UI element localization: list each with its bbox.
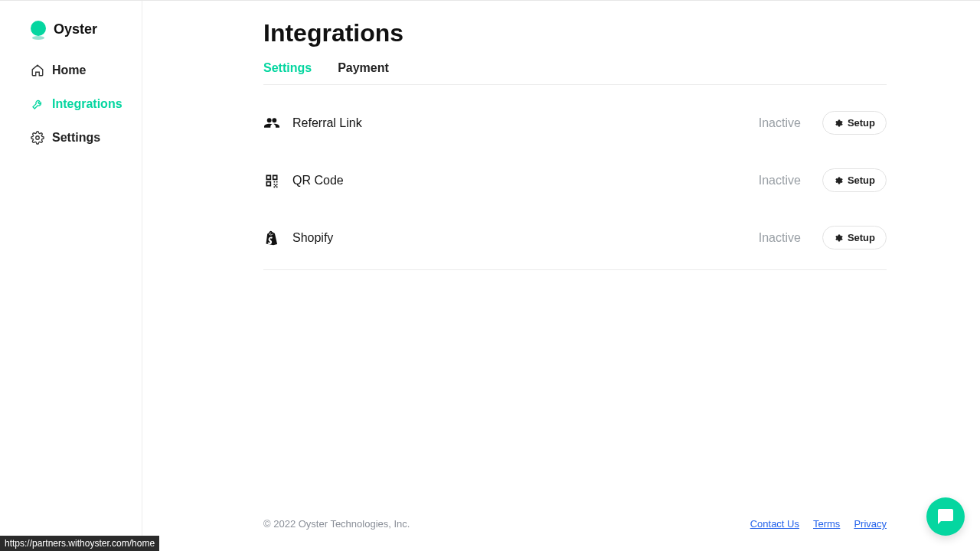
footer: © 2022 Oyster Technologies, Inc. Contact… xyxy=(263,518,887,551)
sidebar-item-home[interactable]: Home xyxy=(31,64,142,77)
gear-small-icon xyxy=(834,176,843,185)
setup-button-label: Setup xyxy=(848,174,875,186)
status-label: Inactive xyxy=(759,174,801,187)
footer-links: Contact Us Terms Privacy xyxy=(750,518,887,530)
home-icon xyxy=(31,64,44,77)
tabs: Settings Payment xyxy=(263,61,887,85)
qr-code-icon xyxy=(263,172,280,189)
gear-small-icon xyxy=(834,233,843,243)
footer-link-contact[interactable]: Contact Us xyxy=(750,518,799,530)
tab-payment[interactable]: Payment xyxy=(338,61,389,84)
setup-button[interactable]: Setup xyxy=(822,168,887,192)
sidebar-item-label: Settings xyxy=(52,131,100,145)
sidebar-item-settings[interactable]: Settings xyxy=(31,131,142,145)
page-title: Integrations xyxy=(263,19,887,47)
integration-name: Shopify xyxy=(292,231,333,245)
integration-name: Referral Link xyxy=(292,116,362,130)
footer-link-privacy[interactable]: Privacy xyxy=(854,518,887,530)
oyster-logo-icon xyxy=(31,21,47,37)
setup-button-label: Setup xyxy=(848,232,875,243)
footer-copyright: © 2022 Oyster Technologies, Inc. xyxy=(263,518,410,530)
main-content: Integrations Settings Payment Referral L… xyxy=(142,1,980,551)
gear-icon xyxy=(31,131,44,145)
integration-name: QR Code xyxy=(292,174,344,187)
setup-button[interactable]: Setup xyxy=(822,226,887,249)
wrench-icon xyxy=(31,97,44,111)
sidebar-nav: Home Integrations Settings xyxy=(0,59,142,145)
sidebar: Oyster Home Integrations Settings xyxy=(0,1,142,551)
sidebar-item-label: Integrations xyxy=(52,97,122,111)
shopify-icon xyxy=(263,230,280,246)
svg-point-0 xyxy=(36,136,40,140)
gear-small-icon xyxy=(834,119,843,128)
integrations-list: Referral Link Inactive Setup QR Code xyxy=(263,85,887,270)
integration-row-qr-code: QR Code Inactive Setup xyxy=(263,152,887,209)
tab-settings[interactable]: Settings xyxy=(263,61,312,84)
integration-row-shopify: Shopify Inactive Setup xyxy=(263,209,887,266)
integration-row-referral-link: Referral Link Inactive Setup xyxy=(263,94,887,152)
footer-link-terms[interactable]: Terms xyxy=(813,518,840,530)
people-icon xyxy=(263,115,280,132)
status-label: Inactive xyxy=(759,231,801,245)
divider xyxy=(263,269,887,270)
brand-logo[interactable]: Oyster xyxy=(0,15,142,59)
sidebar-item-integrations[interactable]: Integrations xyxy=(31,97,142,111)
sidebar-item-label: Home xyxy=(52,64,86,77)
setup-button[interactable]: Setup xyxy=(822,111,887,135)
status-label: Inactive xyxy=(759,116,801,130)
setup-button-label: Setup xyxy=(848,117,875,129)
brand-name: Oyster xyxy=(54,21,97,37)
chat-icon xyxy=(936,507,955,526)
chat-launcher[interactable] xyxy=(926,497,965,536)
browser-url-preview: https://partners.withoyster.com/home xyxy=(0,536,159,551)
